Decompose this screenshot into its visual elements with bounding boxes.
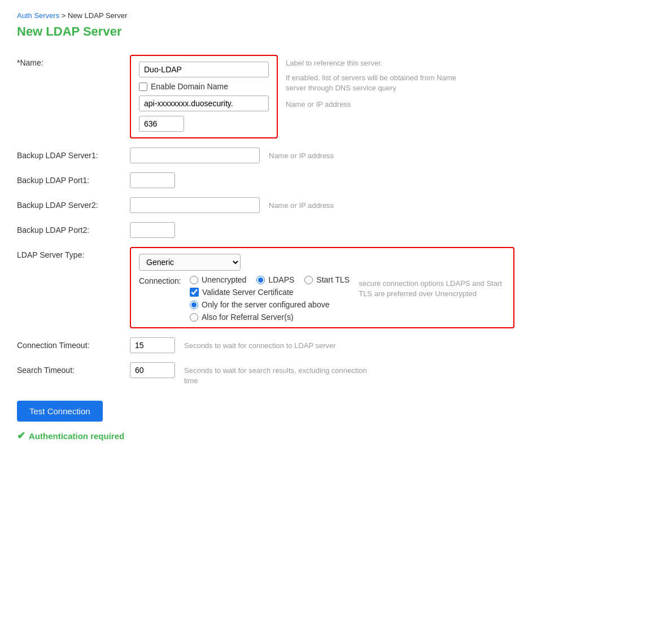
breadcrumb: Auth Servers > New LDAP Server xyxy=(17,11,655,20)
backup-port1-input[interactable] xyxy=(130,172,175,188)
backup-port2-input[interactable] xyxy=(130,222,175,238)
starttls-radio[interactable] xyxy=(304,276,313,284)
referral-option1-label: Only for the server configured above xyxy=(202,300,329,309)
server-type-dropdown-row: Generic Active Directory OpenLDAP xyxy=(139,254,505,271)
backup-server2-row: Backup LDAP Server2: Name or IP address xyxy=(17,197,525,213)
auth-required-status: ✔ Authentication required xyxy=(17,430,525,442)
backup-port1-label: Backup LDAP Port1: xyxy=(17,172,130,185)
starttls-radio-row: Start TLS xyxy=(304,275,350,284)
search-timeout-row: Search Timeout: Seconds to wait for sear… xyxy=(17,362,525,386)
connection-timeout-hint: Seconds to wait for connection to LDAP s… xyxy=(184,337,336,351)
unencrypted-radio-row: Unencrypted xyxy=(190,275,246,284)
referral-option1-radio[interactable] xyxy=(190,301,198,309)
search-timeout-input[interactable] xyxy=(130,362,175,378)
backup-server1-hint: Name or IP address xyxy=(269,148,334,161)
connection-timeout-row: Connection Timeout: Seconds to wait for … xyxy=(17,337,525,353)
backup-server1-row: Backup LDAP Server1: Name or IP address xyxy=(17,148,525,163)
server-type-select[interactable]: Generic Active Directory OpenLDAP xyxy=(139,254,241,271)
enable-domain-name-label: Enable Domain Name xyxy=(151,82,228,91)
top-red-border-group: Enable Domain Name xyxy=(130,55,278,138)
backup-server2-hint: Name or IP address xyxy=(269,197,334,211)
validate-cert-label: Validate Server Certificate xyxy=(202,288,294,297)
starttls-label: Start TLS xyxy=(316,275,350,284)
referral-option2-label: Also for Referral Server(s) xyxy=(202,313,294,322)
checkmark-icon: ✔ xyxy=(17,430,25,442)
search-timeout-hint: Seconds to wait for search results, excl… xyxy=(184,362,376,386)
enable-domain-name-row: Enable Domain Name xyxy=(139,82,269,91)
enable-domain-name-checkbox[interactable] xyxy=(139,83,147,91)
server-type-connection-row: LDAP Server Type: Generic Active Directo… xyxy=(17,247,525,328)
backup-server1-label: Backup LDAP Server1: xyxy=(17,148,130,160)
backup-server2-input[interactable] xyxy=(130,197,260,213)
validate-cert-checkbox[interactable] xyxy=(190,288,199,297)
breadcrumb-auth-servers-link[interactable]: Auth Servers xyxy=(17,11,59,20)
bottom-red-border-group: Generic Active Directory OpenLDAP Connec… xyxy=(130,247,514,328)
connection-timeout-input[interactable] xyxy=(130,337,175,353)
search-timeout-label: Search Timeout: xyxy=(17,362,130,375)
connection-label: Connection: xyxy=(139,275,190,285)
breadcrumb-current: New LDAP Server xyxy=(68,11,127,20)
connection-hint: secure connection options LDAPS and Star… xyxy=(359,275,505,299)
ldaps-label: LDAPS xyxy=(268,275,294,284)
unencrypted-label: Unencrypted xyxy=(202,275,246,284)
unencrypted-radio[interactable] xyxy=(190,276,198,284)
referral-option1-row: Only for the server configured above xyxy=(190,300,350,309)
test-connection-button[interactable]: Test Connection xyxy=(17,401,103,422)
name-hint: Label to reference this server. xyxy=(286,58,478,68)
referral-option2-radio[interactable] xyxy=(190,313,198,322)
ldap-port-input[interactable] xyxy=(139,116,184,132)
ldaps-radio-row: LDAPS xyxy=(256,275,294,284)
backup-server2-label: Backup LDAP Server2: xyxy=(17,197,130,210)
backup-port2-row: Backup LDAP Port2: xyxy=(17,222,525,238)
auth-required-label: Authentication required xyxy=(29,431,124,441)
breadcrumb-separator: > xyxy=(62,11,68,20)
enable-domain-hint: If enabled. list of servers will be obta… xyxy=(286,73,478,93)
validate-cert-row: Validate Server Certificate xyxy=(190,288,350,297)
connection-row: Connection: Unencrypted LDAPS xyxy=(139,275,505,322)
referral-option2-row: Also for Referral Server(s) xyxy=(190,313,350,322)
backup-port1-row: Backup LDAP Port1: xyxy=(17,172,525,188)
test-connection-section: Test Connection xyxy=(17,395,525,422)
page-title: New LDAP Server xyxy=(17,24,655,39)
backup-port2-label: Backup LDAP Port2: xyxy=(17,222,130,235)
ldaps-radio[interactable] xyxy=(256,276,265,284)
name-label: *Name: xyxy=(17,55,130,67)
ldap-server-input[interactable] xyxy=(139,96,269,111)
connection-timeout-label: Connection Timeout: xyxy=(17,337,130,350)
name-row: *Name: Enable Domain Name Label to refer… xyxy=(17,55,525,138)
server-type-label: LDAP Server Type: xyxy=(17,247,130,259)
backup-server1-input[interactable] xyxy=(130,148,260,163)
ldap-form: *Name: Enable Domain Name Label to refer… xyxy=(17,55,525,442)
connection-radio-group: Unencrypted LDAPS Start TLS xyxy=(190,275,350,284)
ldap-server-hint: Name or IP address xyxy=(286,99,478,110)
name-input[interactable] xyxy=(139,62,269,77)
